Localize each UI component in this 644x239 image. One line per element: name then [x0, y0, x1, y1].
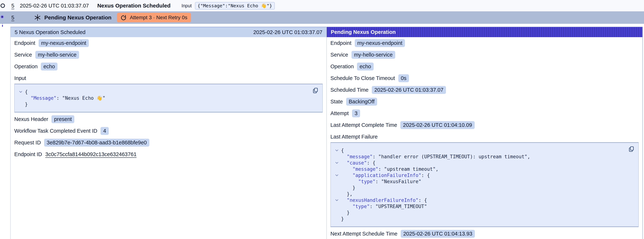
copy-icon: [312, 87, 319, 94]
code-gutter: [332, 203, 341, 210]
code-gutter: [332, 216, 341, 222]
json-code-line: "applicationFailureInfo": {: [332, 172, 634, 178]
field-workflow-task-completed-event-id: Workflow Task Completed Event ID 4: [14, 127, 323, 135]
value-chip: 2025-02-26 UTC 01:03:37.07: [372, 86, 446, 94]
code-gutter: [332, 178, 341, 185]
copy-icon: [628, 146, 635, 152]
endpoint-id-link[interactable]: 3c0c75ccfa8144b092c13ce632463761: [46, 151, 136, 158]
code-gutter: [332, 191, 341, 197]
json-code-line: }: [16, 101, 318, 108]
field-operation: Operation echo: [14, 62, 323, 70]
failure-json-viewer: { "message": "handler error (UPSTREAM_TI…: [330, 142, 639, 227]
copy-button[interactable]: [628, 146, 635, 153]
collapse-chevron-icon[interactable]: [19, 91, 22, 93]
json-code-line: },: [332, 191, 634, 197]
input-section-label: Input: [14, 74, 323, 82]
input-value-chip[interactable]: {"Message":"Nexus Echo 👋"}: [195, 2, 274, 10]
value-chip: 2025-02-26 UTC 01:04:10.09: [400, 121, 474, 129]
field-service: Service my-hello-service: [330, 51, 639, 59]
pending-operation-panel: Pending Nexus Operation Endpoint my-nexu…: [326, 27, 642, 239]
input-label: Input: [182, 3, 192, 8]
timeline-event-circle-icon: [0, 4, 5, 8]
code-gutter: [332, 185, 341, 191]
field-attempt: Attempt 3: [330, 109, 639, 117]
scheduled-panel-header: 5 Nexus Operation Scheduled 2025-02-26 U…: [10, 27, 326, 37]
retry-icon: [121, 14, 127, 21]
json-code-line: "cause": {: [332, 160, 634, 166]
code-gutter: [332, 166, 341, 172]
value-chip: my-nexus-endpoint: [39, 39, 89, 47]
event-title: Nexus Operation Scheduled: [97, 2, 170, 9]
json-code-line: "type": "UPSTREAM_TIMEOUT": [332, 203, 634, 210]
value-chip: 2025-02-26 UTC 01:04:13.93: [401, 230, 475, 238]
panel-timestamp: 2025-02-26 UTC 01:03:37.07: [253, 29, 322, 35]
json-code-line: {: [16, 89, 318, 95]
value-chip: my-hello-service: [352, 51, 395, 59]
value-chip: BackingOff: [346, 98, 377, 106]
value-chip: present: [52, 115, 74, 123]
json-code-line: }: [332, 185, 634, 191]
scheduled-event-panel: 5 Nexus Operation Scheduled 2025-02-26 U…: [10, 27, 326, 239]
field-scheduled-time: Scheduled Time 2025-02-26 UTC 01:03:37.0…: [330, 86, 639, 94]
input-json-viewer: { "Message": "Nexus Echo 👋"}: [14, 84, 323, 112]
field-next-attempt-schedule-time: Next Attempt Schedule Time 2025-02-26 UT…: [330, 230, 639, 238]
field-state: State BackingOff: [330, 98, 639, 106]
json-code-line: "message": "handler error (UPSTREAM_TIME…: [332, 154, 634, 160]
json-code-line: "Message": "Nexus Echo 👋": [16, 95, 318, 101]
json-code-line: }: [332, 216, 634, 222]
timeline-pending-dot-icon: [1, 15, 4, 18]
value-chip: echo: [41, 62, 58, 70]
json-code-line: "message": "upstream timeout",: [332, 166, 634, 172]
pending-panel-header: Pending Nexus Operation: [327, 27, 642, 37]
field-endpoint: Endpoint my-nexus-endpoint: [330, 39, 639, 47]
collapse-chevron-icon[interactable]: [335, 174, 338, 176]
retry-attempt-badge: Attempt 3 · Next Retry 0s: [117, 13, 191, 22]
field-last-attempt-complete-time: Last Attempt Complete Time 2025-02-26 UT…: [330, 121, 639, 129]
pending-asterisk-icon: [34, 14, 41, 21]
workflow-event-history-view: 5 2025-02-26 UTC 01:03:37.07 Nexus Opera…: [0, 0, 644, 239]
json-code-line: "type": "NexusFailure": [332, 178, 634, 185]
value-chip: my-hello-service: [35, 51, 79, 59]
event-row-pending-nexus-operation[interactable]: 5 Pending Nexus Operation Attempt 3 · Ne…: [0, 11, 644, 24]
last-attempt-failure-label: Last Attempt Failure: [330, 133, 639, 141]
value-chip: 3: [352, 110, 360, 117]
field-endpoint-id: Endpoint ID 3c0c75ccfa8144b092c13ce63246…: [14, 150, 323, 158]
json-code-line: {: [332, 147, 634, 154]
code-gutter: [16, 101, 25, 108]
code-gutter: [16, 95, 25, 101]
value-chip: 0s: [398, 74, 409, 82]
field-service: Service my-hello-service: [14, 51, 323, 59]
code-gutter: [332, 210, 341, 216]
field-operation: Operation echo: [330, 62, 639, 70]
field-schedule-to-close-timeout: Schedule To Close Timeout 0s: [330, 74, 639, 82]
code-gutter: [332, 154, 341, 160]
event-id-link[interactable]: 5: [11, 3, 14, 9]
event-detail-container: 5 Nexus Operation Scheduled 2025-02-26 U…: [10, 27, 643, 239]
event-row-nexus-operation-scheduled[interactable]: 5 2025-02-26 UTC 01:03:37.07 Nexus Opera…: [0, 0, 644, 11]
event-title: Pending Nexus Operation: [44, 14, 112, 21]
json-code-line: "nexusHandlerFailureInfo": {: [332, 197, 634, 203]
json-code-line: }: [332, 210, 634, 216]
value-chip: 3e829b7e-7d67-4b08-aad3-b1e868bfe9e0: [44, 139, 150, 146]
copy-button[interactable]: [312, 87, 319, 94]
value-chip: echo: [357, 62, 374, 70]
collapse-chevron-icon[interactable]: [335, 162, 338, 164]
collapse-chevron-icon[interactable]: [335, 150, 338, 151]
collapse-chevron-icon[interactable]: [335, 199, 338, 201]
value-chip: my-nexus-endpoint: [355, 39, 405, 47]
field-request-id: Request ID 3e829b7e-7d67-4b08-aad3-b1e86…: [14, 138, 323, 146]
panel-title: Pending Nexus Operation: [331, 29, 396, 35]
panel-title: 5 Nexus Operation Scheduled: [15, 29, 86, 35]
event-id-link[interactable]: 5: [11, 15, 14, 21]
field-nexus-header: Nexus Header present: [14, 115, 323, 123]
field-endpoint: Endpoint my-nexus-endpoint: [14, 39, 323, 47]
event-timestamp: 2025-02-26 UTC 01:03:37.07: [20, 3, 89, 9]
value-chip: 4: [100, 127, 108, 135]
